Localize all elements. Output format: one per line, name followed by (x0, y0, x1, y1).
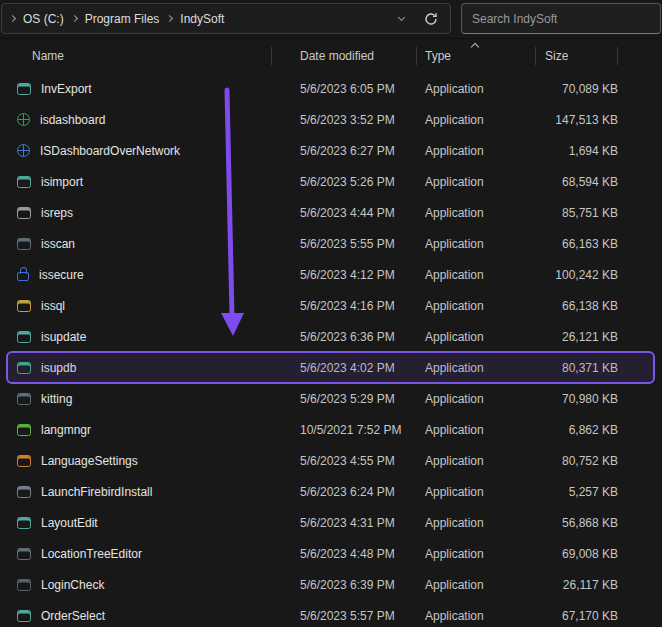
file-size: 5,257 KB (536, 485, 618, 499)
file-size: 69,008 KB (536, 547, 618, 561)
breadcrumb-item-program-files[interactable]: Program Files (85, 12, 160, 26)
file-size: 26,117 KB (536, 578, 618, 592)
file-size: 85,751 KB (536, 206, 618, 220)
file-date-modified: 5/6/2023 4:55 PM (272, 454, 417, 468)
file-name-cell: isscan (0, 237, 272, 251)
file-type: Application (417, 330, 536, 344)
file-date-modified: 5/6/2023 4:02 PM (272, 361, 417, 375)
file-name-cell: kitting (0, 392, 272, 406)
chevron-right-icon (166, 15, 173, 22)
file-type: Application (417, 547, 536, 561)
file-date-modified: 5/6/2023 3:52 PM (272, 113, 417, 127)
search-input[interactable] (462, 12, 660, 26)
table-row[interactable]: LayoutEdit5/6/2023 4:31 PMApplication56,… (0, 507, 662, 538)
file-name-cell: langmngr (0, 423, 272, 437)
file-date-modified: 5/6/2023 6:36 PM (272, 330, 417, 344)
file-date-modified: 5/6/2023 4:44 PM (272, 206, 417, 220)
address-bar[interactable]: OS (C:) Program Files IndySoft (1, 3, 451, 34)
file-type: Application (417, 578, 536, 592)
application-icon (17, 424, 31, 436)
table-row[interactable]: isdashboard5/6/2023 3:52 PMApplication14… (0, 104, 662, 135)
column-header-name-label: Name (32, 49, 64, 63)
file-date-modified: 10/5/2021 7:52 PM (272, 423, 417, 437)
file-size: 80,371 KB (536, 361, 618, 375)
column-header-date-modified[interactable]: Date modified (272, 39, 417, 73)
table-row[interactable]: LanguageSettings5/6/2023 4:55 PMApplicat… (0, 445, 662, 476)
column-header-name[interactable]: Name (0, 39, 272, 73)
table-row[interactable]: OrderSelect5/6/2023 5:57 PMApplication67… (0, 600, 662, 627)
file-size: 147,513 KB (536, 113, 618, 127)
table-row[interactable]: kitting5/6/2023 5:29 PMApplication70,980… (0, 383, 662, 414)
file-date-modified: 5/6/2023 6:24 PM (272, 485, 417, 499)
globe-icon (17, 113, 30, 126)
file-size: 70,980 KB (536, 392, 618, 406)
file-name-cell: issql (0, 299, 272, 313)
application-icon (17, 517, 31, 529)
file-size: 56,868 KB (536, 516, 618, 530)
table-row[interactable]: isreps5/6/2023 4:44 PMApplication85,751 … (0, 197, 662, 228)
file-size: 67,170 KB (536, 609, 618, 623)
table-row[interactable]: isscan5/6/2023 5:55 PMApplication66,163 … (0, 228, 662, 259)
application-icon (17, 331, 31, 343)
file-name-cell: LayoutEdit (0, 516, 272, 530)
file-size: 6,862 KB (536, 423, 618, 437)
file-date-modified: 5/6/2023 6:39 PM (272, 578, 417, 592)
chevron-right-icon (71, 15, 78, 22)
file-list: InvExport5/6/2023 6:05 PMApplication70,0… (0, 73, 662, 627)
breadcrumb-item-indysoft[interactable]: IndySoft (180, 12, 224, 26)
table-row[interactable]: LaunchFirebirdInstall5/6/2023 6:24 PMApp… (0, 476, 662, 507)
column-header-type-label: Type (425, 49, 451, 63)
file-size: 68,594 KB (536, 175, 618, 189)
file-name: ISDashboardOverNetwork (40, 144, 180, 158)
application-icon (17, 393, 31, 405)
file-name-cell: LoginCheck (0, 578, 272, 592)
file-name-cell: isimport (0, 175, 272, 189)
table-row[interactable]: issql5/6/2023 4:16 PMApplication66,138 K… (0, 290, 662, 321)
table-row[interactable]: InvExport5/6/2023 6:05 PMApplication70,0… (0, 73, 662, 104)
table-row[interactable]: isimport5/6/2023 5:26 PMApplication68,59… (0, 166, 662, 197)
table-row[interactable]: isupdate5/6/2023 6:36 PMApplication26,12… (0, 321, 662, 352)
file-name: OrderSelect (41, 609, 105, 623)
file-size: 26,121 KB (536, 330, 618, 344)
navigation-bar: OS (C:) Program Files IndySoft (0, 0, 662, 39)
file-type: Application (417, 609, 536, 623)
table-row[interactable]: LoginCheck5/6/2023 6:39 PMApplication26,… (0, 569, 662, 600)
chevron-right-icon[interactable] (9, 15, 16, 22)
chevron-down-icon[interactable] (398, 13, 405, 20)
file-name-cell: InvExport (0, 82, 272, 96)
file-name: LanguageSettings (41, 454, 138, 468)
file-date-modified: 5/6/2023 4:31 PM (272, 516, 417, 530)
file-size: 66,163 KB (536, 237, 618, 251)
file-date-modified: 5/6/2023 6:27 PM (272, 144, 417, 158)
file-name-cell: OrderSelect (0, 609, 272, 623)
file-type: Application (417, 268, 536, 282)
breadcrumb-item-drive[interactable]: OS (C:) (23, 12, 64, 26)
file-type: Application (417, 175, 536, 189)
table-row[interactable]: langmngr10/5/2021 7:52 PMApplication6,86… (0, 414, 662, 445)
search-box[interactable] (461, 3, 661, 34)
file-name: LayoutEdit (41, 516, 98, 530)
file-date-modified: 5/6/2023 5:55 PM (272, 237, 417, 251)
globe-icon (17, 144, 30, 157)
application-icon (17, 486, 31, 498)
lock-icon (17, 272, 29, 281)
file-name-cell: issecure (0, 267, 272, 282)
column-header-size[interactable]: Size (536, 39, 618, 73)
refresh-button[interactable] (422, 10, 440, 28)
file-name: kitting (41, 392, 72, 406)
file-name-cell: ISDashboardOverNetwork (0, 144, 272, 158)
application-icon (17, 610, 31, 622)
file-name: LocationTreeEditor (41, 547, 142, 561)
file-size: 70,089 KB (536, 82, 618, 96)
file-name: isupdb (41, 361, 76, 375)
file-type: Application (417, 113, 536, 127)
file-type: Application (417, 237, 536, 251)
table-row[interactable]: isupdb5/6/2023 4:02 PMApplication80,371 … (0, 352, 662, 383)
file-type: Application (417, 423, 536, 437)
file-type: Application (417, 454, 536, 468)
table-row[interactable]: ISDashboardOverNetwork5/6/2023 6:27 PMAp… (0, 135, 662, 166)
table-row[interactable]: LocationTreeEditor5/6/2023 4:48 PMApplic… (0, 538, 662, 569)
file-type: Application (417, 206, 536, 220)
table-row[interactable]: issecure5/6/2023 4:12 PMApplication100,2… (0, 259, 662, 290)
file-name: issecure (39, 268, 84, 282)
